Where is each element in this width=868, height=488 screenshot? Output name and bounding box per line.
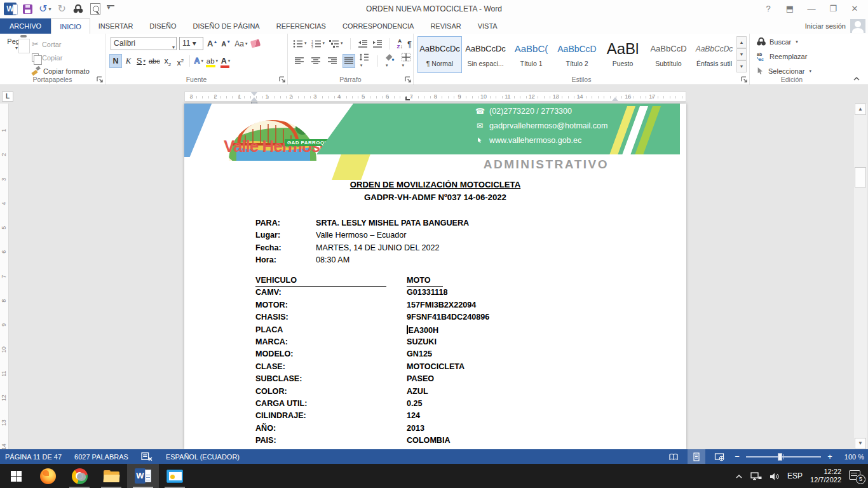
tab-archivo[interactable]: ARCHIVO [0, 18, 51, 34]
zoom-out-button[interactable]: − [733, 452, 741, 461]
italic-button[interactable]: K [122, 54, 135, 68]
tab-inicio[interactable]: INICIO [51, 18, 90, 34]
redo-button[interactable]: ↻ [57, 4, 65, 14]
style-card-titulo1[interactable]: AaBbC( Título 1 [509, 36, 553, 73]
print-preview-button[interactable] [90, 3, 100, 15]
save-button[interactable] [23, 4, 32, 14]
scrollbar-thumb[interactable] [855, 167, 866, 187]
chevron-down-icon[interactable]: ▾ [193, 39, 196, 48]
word-count[interactable]: 6027 PALABRAS [74, 453, 128, 461]
line-spacing-button[interactable] [359, 53, 371, 69]
language-indicator[interactable]: ESPAÑOL (ECUADOR) [166, 453, 240, 461]
estilos-dialog-launcher[interactable] [740, 76, 748, 83]
zoom-in-button[interactable]: + [826, 452, 834, 461]
style-card-titulo2[interactable]: AaBbCcD Título 2 [555, 36, 599, 73]
vertical-scrollbar[interactable]: ▲ ▼ [854, 104, 867, 449]
font-size-combobox[interactable]: 11 ▾ [179, 37, 203, 50]
zoom-slider-thumb[interactable] [778, 453, 782, 461]
change-case-button[interactable]: Aa [234, 39, 247, 48]
style-card-subtitulo[interactable]: AaBbCcD Subtítulo [646, 36, 691, 73]
tab-vista[interactable]: VISTA [470, 18, 506, 34]
show-marks-button[interactable]: ¶ [407, 39, 412, 49]
customize-qat-button[interactable] [107, 5, 114, 13]
taskbar-word[interactable]: W [127, 464, 159, 488]
tab-insertar[interactable]: INSERTAR [90, 18, 142, 34]
bold-button[interactable]: N [109, 54, 122, 68]
font-color-button[interactable]: A [219, 54, 232, 68]
zoom-level[interactable]: 100 % [839, 453, 864, 461]
tray-expand-chevron[interactable] [735, 470, 743, 482]
sign-in[interactable]: Iniciar sesión [805, 18, 865, 34]
paste-button[interactable]: Pegar [4, 36, 29, 78]
document-page[interactable]: Valle Hermoso GAD PARROQUIAL ☎(02)277322… [184, 104, 686, 449]
style-card-sin-espaciado[interactable]: AaBbCcDc Sin espaci... [463, 36, 508, 73]
tab-correspondencia[interactable]: CORRESPONDENCIA [334, 18, 422, 34]
tab-selector[interactable]: L [2, 92, 13, 102]
network-icon[interactable] [750, 470, 762, 482]
cut-button[interactable]: ✂ Cortar [32, 37, 90, 51]
numbering-button[interactable] [311, 39, 325, 48]
document-body[interactable]: ORDEN DE MOVILIZACIÓN MOTOCICLETA GADPR-… [184, 104, 686, 449]
align-center-button[interactable] [309, 54, 322, 68]
portapapeles-dialog-launcher[interactable] [96, 76, 104, 83]
shrink-font-button[interactable]: A▼ [221, 39, 231, 48]
vertical-ruler[interactable]: 1234567891011121314 [0, 104, 9, 449]
sort-button[interactable]: AZ [397, 39, 403, 50]
word-app-icon[interactable] [4, 3, 17, 15]
text-effects-button[interactable]: A [193, 54, 205, 68]
start-button[interactable] [0, 464, 32, 488]
strikethrough-button[interactable]: abc [147, 54, 161, 68]
styles-scroll-up-button[interactable]: ▲ [736, 36, 747, 48]
read-mode-button[interactable] [665, 449, 682, 464]
hanging-indent-marker[interactable] [251, 97, 257, 101]
tab-revisar[interactable]: REVISAR [422, 18, 469, 34]
tab-stop-marker[interactable] [405, 97, 410, 100]
ribbon-display-button[interactable]: ⬒ [779, 0, 801, 18]
zoom-slider[interactable] [746, 456, 821, 458]
page-indicator[interactable]: PÁGINA 11 DE 47 [5, 453, 62, 461]
collapse-ribbon-button[interactable] [853, 75, 860, 82]
input-language[interactable]: ESP [787, 471, 803, 480]
proofing-icon[interactable] [141, 452, 153, 461]
text-highlight-button[interactable]: ab [205, 54, 219, 68]
tab-diseno[interactable]: DISEÑO [141, 18, 184, 34]
fuente-dialog-launcher[interactable] [278, 76, 286, 83]
increase-indent-button[interactable] [372, 39, 383, 48]
sign-in-label[interactable]: Iniciar sesión [805, 22, 846, 30]
style-card-enfasis-sutil[interactable]: AaBbCcDc Énfasis sutil [692, 36, 736, 73]
minimize-button[interactable]: — [801, 0, 822, 18]
bullets-button[interactable] [293, 39, 307, 48]
taskbar-file-explorer[interactable] [95, 464, 127, 488]
close-button[interactable]: ✕ [844, 0, 865, 18]
justify-button[interactable] [342, 54, 355, 68]
horizontal-ruler[interactable]: 321 12345678910111213141617 [184, 92, 686, 102]
borders-button[interactable] [401, 53, 413, 69]
chevron-down-icon[interactable]: ▾ [172, 41, 175, 53]
user-avatar-icon[interactable] [850, 19, 865, 33]
notification-center-button[interactable]: 5 [849, 470, 863, 482]
taskbar-firefox[interactable] [32, 464, 64, 488]
scroll-up-button[interactable]: ▲ [855, 104, 866, 115]
clear-formatting-button[interactable] [250, 39, 261, 48]
multilevel-list-button[interactable] [329, 39, 343, 48]
find-button[interactable]: Buscar [756, 36, 830, 48]
shading-button[interactable] [384, 53, 397, 69]
style-card-normal[interactable]: AaBbCcDc ¶ Normal [417, 36, 462, 73]
volume-icon[interactable] [770, 470, 780, 482]
copy-button[interactable]: Copiar [32, 51, 90, 64]
find-icon[interactable] [72, 4, 84, 14]
styles-more-button[interactable]: ▼ [736, 60, 747, 72]
taskbar-chrome[interactable] [64, 464, 95, 488]
tab-referencias[interactable]: REFERENCIAS [268, 18, 334, 34]
align-right-button[interactable] [326, 54, 339, 68]
first-line-indent-marker[interactable] [251, 92, 257, 96]
print-layout-button[interactable] [688, 449, 705, 464]
decrease-indent-button[interactable] [358, 39, 368, 48]
subscript-button[interactable]: x2 [161, 54, 174, 68]
scroll-down-button[interactable]: ▼ [855, 438, 866, 449]
superscript-button[interactable]: x2 [174, 54, 187, 68]
web-layout-button[interactable] [710, 449, 728, 464]
clock[interactable]: 12:22 12/7/2022 [810, 468, 841, 484]
right-indent-marker[interactable] [612, 97, 618, 101]
style-card-puesto[interactable]: AaBl Puesto [600, 36, 645, 73]
